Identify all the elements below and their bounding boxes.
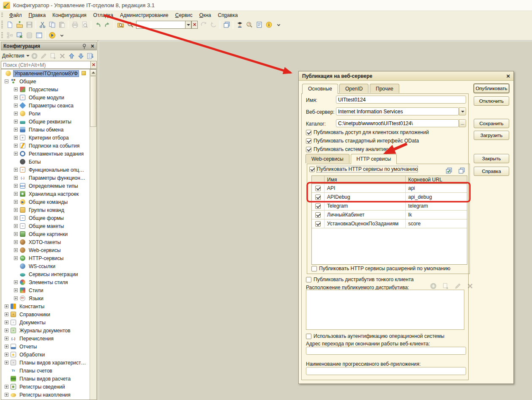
replace-prev-icon[interactable]: [199, 20, 208, 29]
tree-item[interactable]: Web-сервисы: [1, 246, 96, 254]
name-input[interactable]: [336, 96, 466, 104]
tree-item[interactable]: Регистры накопления: [1, 391, 96, 399]
tree-item[interactable]: (..)Параметры функцион…: [1, 174, 96, 182]
tree-item[interactable]: ▼Критерии отбора: [1, 134, 96, 142]
checkbox[interactable]: [306, 138, 311, 144]
publish-http-extensions-checkbox[interactable]: Публиковать HTTP сервисы расширений по у…: [311, 266, 450, 271]
check-all-icon[interactable]: [444, 166, 453, 175]
delete-icon[interactable]: [465, 282, 475, 290]
tree-expander-icon[interactable]: [5, 361, 8, 364]
checkbox[interactable]: [311, 266, 317, 271]
pwa-name-input[interactable]: [306, 367, 466, 375]
tree-expander-icon[interactable]: [14, 128, 18, 132]
tab-1[interactable]: Основные: [302, 84, 338, 94]
exit-url-input[interactable]: [306, 347, 466, 355]
find-in-files-icon[interactable]: [116, 20, 125, 29]
tree-expander-icon[interactable]: [5, 321, 8, 324]
checkbox[interactable]: [309, 167, 315, 172]
scroll-up-icon[interactable]: [90, 69, 96, 76]
tree-expander-icon[interactable]: [14, 184, 18, 188]
row-checkbox[interactable]: [315, 195, 321, 200]
delete-x-icon[interactable]: [58, 52, 67, 60]
tree-item[interactable]: Константы: [1, 302, 96, 310]
tree-item[interactable]: Подсистемы: [1, 85, 96, 93]
save-button[interactable]: Сохранить: [474, 119, 509, 128]
undo-icon[interactable]: [93, 20, 102, 29]
redo-icon[interactable]: [103, 20, 112, 29]
tree-item[interactable]: Параметры сеанса: [1, 101, 96, 110]
add-icon[interactable]: [428, 282, 438, 290]
tree-expander-icon[interactable]: [14, 88, 18, 91]
new-document-icon[interactable]: [5, 20, 14, 29]
tree-item[interactable]: Сервисы интеграции: [1, 270, 96, 278]
overflow-chevron-icon[interactable]: [274, 20, 283, 29]
menu-окна[interactable]: Окна: [196, 12, 215, 19]
row-checkbox[interactable]: [315, 203, 321, 209]
publish-button[interactable]: Опубликовать: [474, 84, 509, 93]
distribution-list[interactable]: [306, 290, 464, 330]
tab-2[interactable]: OpenID: [339, 84, 368, 93]
tree-expander-icon[interactable]: [5, 337, 8, 340]
tree-item[interactable]: Общие картинки: [1, 230, 96, 238]
tree-expander-icon[interactable]: [14, 256, 18, 260]
window-copy-icon[interactable]: [222, 20, 231, 29]
tree-item[interactable]: Группы команд: [1, 206, 96, 214]
tree-expander-icon[interactable]: [14, 168, 18, 172]
tree-item[interactable]: Отчеты: [1, 342, 96, 351]
tree-item[interactable]: Роли: [1, 110, 96, 118]
tree-expander-icon[interactable]: [14, 144, 18, 148]
tree-item[interactable]: ≡Документы: [1, 318, 96, 326]
tree-expander-icon[interactable]: [5, 79, 8, 83]
checkbox[interactable]: [306, 130, 311, 135]
tree-expander-icon[interactable]: [14, 176, 18, 180]
services-tab-1[interactable]: Web-сервисы: [306, 154, 349, 163]
tree-item[interactable]: Подписки на события: [1, 142, 96, 150]
directory-input[interactable]: [336, 119, 459, 127]
tree-expander-icon[interactable]: [14, 104, 18, 107]
checkbox[interactable]: [306, 147, 311, 152]
publish-client-access-checkbox[interactable]: Публиковать доступ для клиентских прилож…: [306, 129, 429, 135]
move-up-icon[interactable]: [68, 52, 76, 60]
publish-analytics-checkbox[interactable]: Публиковать систему аналитики: [306, 146, 390, 152]
database-icon[interactable]: [25, 31, 34, 40]
tab-3[interactable]: Прочие: [370, 84, 399, 93]
tree-item[interactable]: Общие реквизиты: [1, 118, 96, 126]
search-clear-icon[interactable]: ✕: [191, 21, 198, 29]
tree-item[interactable]: ≡Журналы документов: [1, 326, 96, 334]
tree-expander-icon[interactable]: [14, 240, 18, 244]
tree-item[interactable]: oooОпределяемые типы: [1, 182, 96, 190]
paste-icon[interactable]: [57, 20, 66, 29]
services-tab-2[interactable]: HTTP сервисы: [351, 154, 397, 164]
checkbox[interactable]: [306, 334, 311, 339]
panel-close-icon[interactable]: ×: [91, 43, 94, 49]
row-checkbox[interactable]: [315, 186, 321, 191]
tree-scrollbar[interactable]: [90, 69, 96, 400]
tree-expander-icon[interactable]: [14, 152, 18, 156]
tree-expander-icon[interactable]: [5, 345, 8, 348]
tree-item[interactable]: ◆Обработки: [1, 351, 96, 359]
syntax-assistant-icon[interactable]: [235, 20, 244, 29]
tree-expander-icon[interactable]: [14, 96, 18, 99]
tree-item[interactable]: Общие: [1, 77, 96, 85]
tree-item[interactable]: httpHTTP-сервисы: [1, 254, 96, 262]
dialog-close-icon[interactable]: ×: [506, 73, 510, 79]
tree-expander-icon[interactable]: [14, 280, 18, 284]
publish-odata-checkbox[interactable]: Публиковать стандартный интерфейс OData: [306, 138, 419, 144]
update-db-config-icon[interactable]: [15, 31, 24, 40]
clear-search-icon[interactable]: ✕: [90, 61, 97, 69]
tree-expander-icon[interactable]: [14, 208, 18, 212]
tree-expander-icon[interactable]: [5, 393, 8, 397]
disable-button[interactable]: Отключить: [474, 96, 509, 106]
scrollbar-thumb[interactable]: [90, 76, 96, 127]
tree-expander-icon[interactable]: [14, 200, 18, 204]
tree-expander-icon[interactable]: [14, 192, 18, 196]
copy-icon[interactable]: [47, 20, 57, 29]
row-checkbox[interactable]: [315, 221, 321, 227]
menu-правка[interactable]: Правка: [25, 12, 49, 19]
tree-expander-icon[interactable]: [14, 216, 18, 220]
tree-item[interactable]: ≡Справочники: [1, 310, 96, 318]
search-dropdown-icon[interactable]: [185, 21, 191, 29]
load-button[interactable]: Загрузить: [474, 131, 509, 140]
cut-icon[interactable]: [38, 20, 47, 29]
table-row[interactable]: Telegramtelegram: [312, 202, 467, 211]
